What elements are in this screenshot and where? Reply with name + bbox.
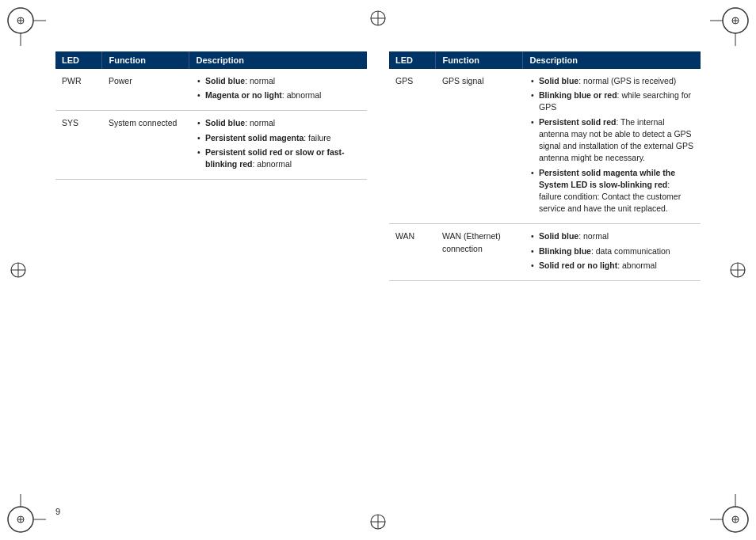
pwr-function: Power <box>102 69 189 111</box>
reg-mark-top <box>369 10 387 27</box>
left-header-function: Function <box>102 51 189 69</box>
gps-function: GPS signal <box>436 69 523 224</box>
gps-desc-3: Persistent solid red: The internal anten… <box>529 116 694 165</box>
sys-led: SYS <box>55 111 102 180</box>
wan-led: WAN <box>389 224 436 281</box>
right-table: LED Function Description GPS GPS signal … <box>389 51 701 281</box>
wan-function: WAN (Ethernet) connection <box>436 224 523 281</box>
page-number: 9 <box>55 507 60 516</box>
left-table-header-row: LED Function Description <box>55 51 367 69</box>
gps-description: Solid blue: normal (GPS is received) Bli… <box>523 69 701 224</box>
corner-decoration-br <box>710 494 750 534</box>
reg-mark-bottom <box>369 513 387 530</box>
table-row-sys: SYS System connected Solid blue: normal … <box>55 111 367 180</box>
pwr-led: PWR <box>55 69 102 111</box>
sys-desc-2: Persistent solid magenta: failure <box>196 132 361 144</box>
pwr-description: Solid blue: normal Magenta or no light: … <box>189 69 367 111</box>
content-area: LED Function Description PWR Power Solid… <box>55 51 701 496</box>
sys-function: System connected <box>102 111 189 180</box>
corner-decoration-tl <box>6 6 46 46</box>
sys-desc-1: Solid blue: normal <box>196 117 361 129</box>
left-header-description: Description <box>189 51 367 69</box>
wan-desc-3: Solid red or no light: abnormal <box>529 260 694 272</box>
right-header-function: Function <box>436 51 523 69</box>
corner-decoration-tr <box>710 6 750 46</box>
wan-description: Solid blue: normal Blinking blue: data c… <box>523 224 701 281</box>
gps-led: GPS <box>389 69 436 224</box>
right-header-description: Description <box>523 51 701 69</box>
right-header-led: LED <box>389 51 436 69</box>
left-table-container: LED Function Description PWR Power Solid… <box>55 51 367 496</box>
gps-desc-1: Solid blue: normal (GPS is received) <box>529 75 694 87</box>
right-table-header-row: LED Function Description <box>389 51 701 69</box>
corner-decoration-bl <box>6 494 46 534</box>
wan-desc-1: Solid blue: normal <box>529 230 694 242</box>
wan-desc-2: Blinking blue: data communication <box>529 245 694 257</box>
sys-description: Solid blue: normal Persistent solid mage… <box>189 111 367 180</box>
left-table: LED Function Description PWR Power Solid… <box>55 51 367 180</box>
table-row-wan: WAN WAN (Ethernet) connection Solid blue… <box>389 224 701 281</box>
table-row-gps: GPS GPS signal Solid blue: normal (GPS i… <box>389 69 701 224</box>
reg-mark-left <box>10 261 27 279</box>
reg-mark-right <box>729 261 746 279</box>
left-header-led: LED <box>55 51 102 69</box>
table-row-pwr: PWR Power Solid blue: normal Magenta or … <box>55 69 367 111</box>
pwr-desc-2: Magenta or no light: abnormal <box>196 89 361 101</box>
gps-desc-4: Persistent solid magenta while the Syste… <box>529 167 694 215</box>
sys-desc-3: Persistent solid red or slow or fast-bli… <box>196 146 361 170</box>
gps-desc-2: Blinking blue or red: while searching fo… <box>529 89 694 113</box>
right-table-container: LED Function Description GPS GPS signal … <box>389 51 701 496</box>
pwr-desc-1: Solid blue: normal <box>196 75 361 87</box>
